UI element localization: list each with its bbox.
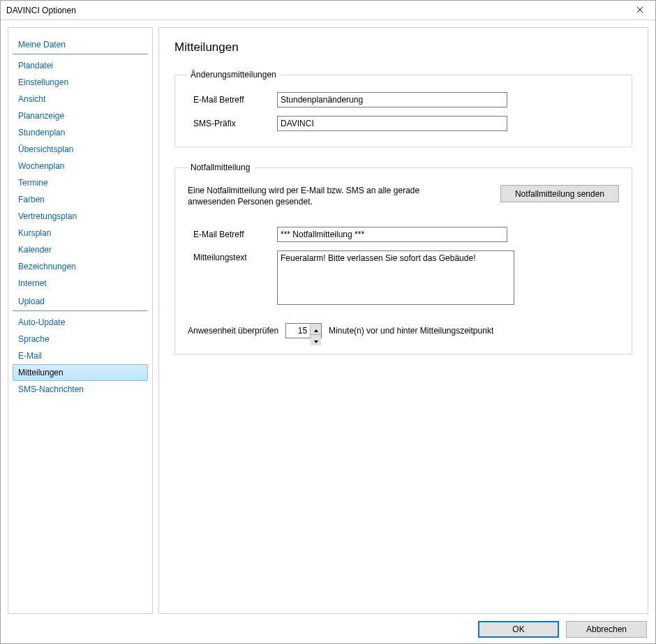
change-email-subject-label: E-Mail Betreff xyxy=(188,95,277,105)
sidebar-item-termine[interactable]: Termine xyxy=(13,174,148,191)
send-emergency-button[interactable]: Notfallmitteilung senden xyxy=(500,185,619,202)
sidebar-item-auto-update[interactable]: Auto-Update xyxy=(13,314,148,331)
emergency-email-subject-label: E-Mail Betreff xyxy=(188,230,277,239)
close-button[interactable] xyxy=(625,1,655,20)
sidebar-item-e-mail[interactable]: E-Mail xyxy=(13,347,148,364)
emergency-email-subject-input[interactable] xyxy=(277,227,507,242)
sidebar-item-internet[interactable]: Internet xyxy=(13,275,148,292)
spinner-down-button[interactable] xyxy=(311,335,321,345)
sidebar-item-wochenplan[interactable]: Wochenplan xyxy=(13,158,148,174)
svg-marker-1 xyxy=(314,340,318,343)
cancel-button[interactable]: Abbrechen xyxy=(566,621,647,638)
attendance-check-label: Anwesenheit überprüfen xyxy=(188,326,278,336)
sidebar-item-farben[interactable]: Farben xyxy=(13,191,148,208)
content-panel: Mitteilungen Änderungsmitteilungen E-Mai… xyxy=(158,27,648,614)
sidebar-item-sprache[interactable]: Sprache xyxy=(13,331,148,347)
chevron-up-icon xyxy=(314,324,318,334)
close-icon xyxy=(636,6,643,15)
sidebar-item-ansicht[interactable]: Ansicht xyxy=(13,91,148,107)
attendance-check-suffix: Minute(n) vor und hinter Mitteilungszeit… xyxy=(329,326,493,336)
sidebar-item-plandatei[interactable]: Plandatei xyxy=(13,57,148,74)
spinner-up-button[interactable] xyxy=(311,324,321,335)
svg-marker-0 xyxy=(314,329,318,332)
attendance-minutes-spinner[interactable] xyxy=(285,323,322,338)
sidebar-item-mitteilungen[interactable]: Mitteilungen xyxy=(13,364,148,381)
options-window: DAVINCI Optionen Meine Daten Plandatei E… xyxy=(0,0,656,644)
ok-button[interactable]: OK xyxy=(478,621,559,638)
sidebar-item-sms-nachrichten[interactable]: SMS-Nachrichten xyxy=(13,381,148,398)
change-notifications-legend: Änderungsmitteilungen xyxy=(188,70,281,80)
emergency-note-text: Eine Notfallmitteilung wird per E-Mail b… xyxy=(188,185,453,207)
client-area: Meine Daten Plandatei Einstellungen Ansi… xyxy=(1,20,655,643)
sidebar-item-bezeichnungen[interactable]: Bezeichnungen xyxy=(13,258,148,275)
dialog-button-bar: OK Abbrechen xyxy=(8,614,648,638)
sidebar-item-upload[interactable]: Upload xyxy=(13,293,148,311)
sidebar-item-kursplan[interactable]: Kursplan xyxy=(13,225,148,241)
change-sms-prefix-label: SMS-Präfix xyxy=(188,119,277,128)
titlebar: DAVINCI Optionen xyxy=(1,1,655,20)
sidebar-item-stundenplan[interactable]: Stundenplan xyxy=(13,124,148,141)
page-title: Mitteilungen xyxy=(174,40,632,54)
emergency-notification-legend: Notfallmitteilung xyxy=(188,163,254,172)
window-title: DAVINCI Optionen xyxy=(6,6,76,15)
sidebar-item-plananzeige[interactable]: Plananzeige xyxy=(13,107,148,124)
chevron-down-icon xyxy=(314,335,318,345)
sidebar-item-einstellungen[interactable]: Einstellungen xyxy=(13,74,148,91)
attendance-minutes-input[interactable] xyxy=(286,324,310,338)
sidebar: Meine Daten Plandatei Einstellungen Ansi… xyxy=(8,27,153,614)
emergency-message-textarea[interactable] xyxy=(277,250,514,305)
sidebar-item-vertretungsplan[interactable]: Vertretungsplan xyxy=(13,208,148,225)
emergency-message-label: Mitteilungstext xyxy=(188,250,277,262)
sidebar-header-meine-daten: Meine Daten xyxy=(13,36,148,54)
spinner-arrows xyxy=(310,324,321,338)
main-area: Meine Daten Plandatei Einstellungen Ansi… xyxy=(8,27,648,614)
change-email-subject-input[interactable] xyxy=(277,92,507,107)
change-notifications-group: Änderungsmitteilungen E-Mail Betreff SMS… xyxy=(174,70,632,147)
change-sms-prefix-input[interactable] xyxy=(277,116,507,131)
sidebar-item-kalender[interactable]: Kalender xyxy=(13,241,148,258)
emergency-notification-group: Notfallmitteilung Eine Notfallmitteilung… xyxy=(174,163,632,354)
sidebar-item-uebersichtsplan[interactable]: Übersichtsplan xyxy=(13,141,148,158)
